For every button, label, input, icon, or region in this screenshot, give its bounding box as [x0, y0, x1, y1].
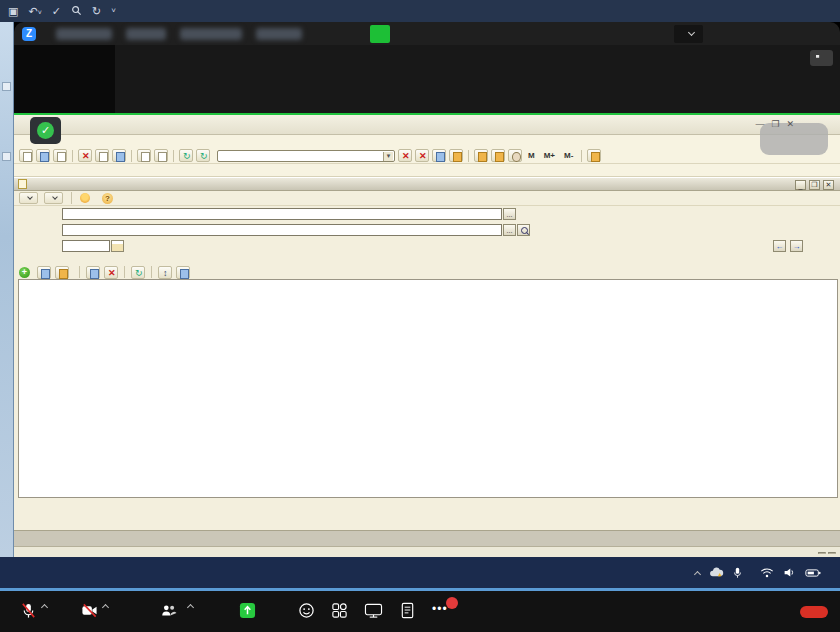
user-icon[interactable] — [508, 149, 522, 162]
preview-icon[interactable] — [154, 149, 168, 162]
close-button[interactable]: ✕ — [786, 119, 794, 129]
restore-button[interactable]: ❐ — [771, 119, 779, 129]
view-settings-button[interactable] — [674, 25, 703, 43]
reactions-button[interactable] — [298, 602, 315, 622]
calculator-icon[interactable] — [474, 149, 488, 162]
reports-dropdown[interactable] — [44, 192, 63, 204]
view-layout-button[interactable] — [810, 50, 833, 66]
organization-field[interactable] — [62, 208, 502, 220]
help-icon[interactable] — [449, 149, 463, 162]
cut-icon[interactable] — [78, 149, 92, 162]
statement-date-field[interactable] — [62, 240, 110, 252]
apps-button[interactable] — [331, 602, 348, 622]
settings-grid-icon[interactable] — [176, 266, 190, 279]
tips-bell-icon — [80, 193, 90, 203]
microphone-tray-icon[interactable] — [733, 567, 742, 579]
whiteboards-button[interactable] — [364, 602, 383, 622]
tray-chevron-icon[interactable] — [694, 570, 701, 577]
save-icon[interactable] — [53, 149, 67, 162]
speaker-icon[interactable] — [783, 567, 796, 578]
find-icon[interactable] — [398, 149, 412, 162]
notification-badge — [446, 597, 458, 609]
calendar-icon[interactable] — [491, 149, 505, 162]
add-document-button[interactable]: + — [19, 267, 33, 278]
account-search-button[interactable] — [517, 224, 530, 236]
windows-taskbar — [0, 557, 840, 588]
refresh-icon[interactable] — [131, 266, 145, 279]
memory-m-button[interactable]: M — [525, 150, 538, 161]
mdi-restore-button[interactable]: ❐ — [809, 180, 820, 190]
screen: ▣ ↶˅ ✓ ↻ ˅ Z — [0, 0, 840, 632]
wifi-icon[interactable] — [760, 567, 774, 578]
undo-icon[interactable]: ↶˅ — [28, 6, 41, 17]
save-icon[interactable]: ▣ — [8, 6, 18, 17]
search-input[interactable]: ▼ — [217, 150, 395, 162]
search-dropdown-icon[interactable]: ▼ — [383, 152, 393, 161]
spellcheck-icon[interactable]: ✓ — [52, 6, 61, 17]
undo-icon[interactable] — [179, 149, 193, 162]
battery-icon[interactable] — [805, 568, 821, 578]
zoom-meeting-header: Z — [14, 22, 840, 45]
audio-options-chevron[interactable] — [41, 603, 48, 610]
delete-row-icon[interactable] — [104, 266, 118, 279]
start-video-button[interactable] — [81, 602, 108, 622]
apps-icon — [331, 602, 348, 619]
zoom-control-bar: ••• — [0, 591, 840, 632]
calendar-picker-icon[interactable] — [111, 240, 124, 252]
account-picker-button[interactable]: ... — [503, 224, 516, 236]
participants-options-chevron[interactable] — [187, 603, 194, 610]
actions-dropdown[interactable] — [19, 192, 38, 204]
unmute-button[interactable] — [20, 602, 47, 622]
redo-icon[interactable] — [196, 149, 210, 162]
organization-picker-button[interactable]: ... — [503, 208, 516, 220]
video-options-chevron[interactable] — [102, 603, 109, 610]
mdi-window-controls: _ ❐ ✕ — [795, 180, 834, 190]
blurred-text — [180, 28, 242, 40]
1c-window-controls: — ❐ ✕ — [755, 119, 794, 129]
bank-statement-window-titlebar[interactable]: _ ❐ ✕ — [14, 177, 840, 191]
help-question-icon[interactable]: ? — [102, 193, 113, 204]
find-next-icon[interactable] — [415, 149, 429, 162]
participants-button[interactable] — [160, 602, 193, 622]
documents-table — [18, 279, 838, 498]
find-icon[interactable] — [71, 5, 82, 18]
more-button[interactable]: ••• — [432, 602, 448, 622]
leave-meeting-button[interactable] — [800, 606, 828, 618]
print-icon[interactable] — [137, 149, 151, 162]
new-icon[interactable] — [19, 149, 33, 162]
memory-mplus-button[interactable]: M+ — [541, 150, 558, 161]
redo-icon[interactable]: ↻ — [92, 6, 101, 17]
tips-icon[interactable] — [587, 149, 601, 162]
account-field[interactable] — [62, 224, 502, 236]
edit-row-icon[interactable] — [86, 266, 100, 279]
pick-unpaid-icon[interactable] — [55, 266, 69, 279]
blurred-text — [256, 28, 302, 40]
1c-main-toolbar: ▼ M M+ M- — [14, 148, 840, 164]
memory-mminus-button[interactable]: M- — [561, 150, 576, 161]
num-indicator — [828, 552, 836, 554]
mdi-minimize-button[interactable]: _ — [795, 180, 806, 190]
notes-button[interactable] — [399, 602, 416, 622]
plus-icon: + — [19, 267, 30, 278]
more-commands-icon[interactable]: ˅ — [111, 7, 116, 15]
participants-icon — [160, 602, 178, 619]
copy-icon[interactable] — [95, 149, 109, 162]
copy-row-icon[interactable] — [37, 266, 51, 279]
1c-titlebar — [14, 115, 840, 135]
video-strip-right-area — [115, 45, 840, 113]
next-statement-button[interactable]: → — [790, 240, 803, 252]
minimize-button[interactable]: — — [755, 119, 764, 129]
paste-icon[interactable] — [112, 149, 126, 162]
open-icon[interactable] — [36, 149, 50, 162]
zoom-logo-icon: Z — [22, 27, 36, 41]
screen-annotation-badge: ✓ — [30, 117, 61, 144]
prev-statement-button[interactable]: ← — [773, 240, 786, 252]
mdi-close-button[interactable]: ✕ — [823, 180, 834, 190]
window-icon[interactable] — [432, 149, 446, 162]
share-screen-button[interactable] — [239, 602, 256, 622]
blurred-text — [56, 28, 112, 40]
smiley-icon — [298, 602, 315, 619]
sort-icon[interactable] — [158, 266, 172, 279]
chevron-down-icon — [688, 29, 695, 36]
cloud-warning-icon[interactable] — [709, 567, 724, 578]
